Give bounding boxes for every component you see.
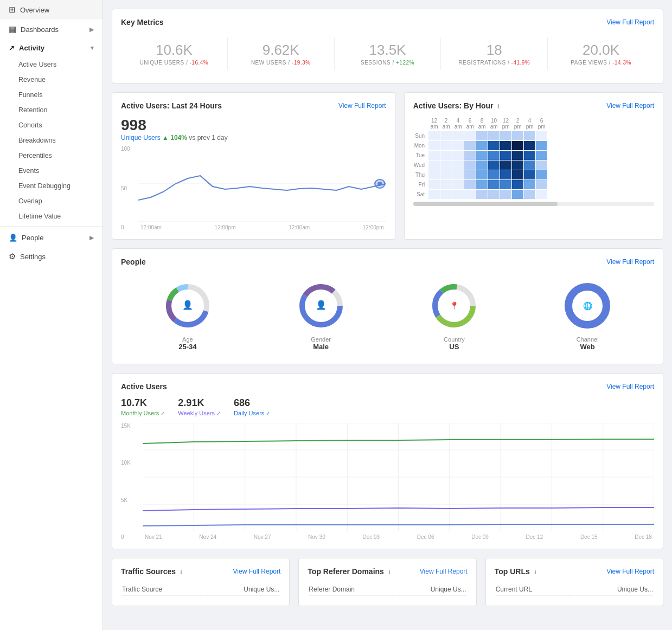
overview-icon: ⊞ [9,5,16,15]
active-users-24h-view-full[interactable]: View Full Report [338,102,386,110]
metric-unique-users: 10.6K UNIQUE USERS / -16.4% [121,37,228,70]
donut-gender-value: Male [297,343,345,351]
sidebar-item-event-debugging[interactable]: Event Debugging [0,178,103,194]
y-axis-labels: 100 50 0 [121,146,130,230]
svg-text:📍: 📍 [450,301,459,311]
metric-page-views-label: PAGE VIEWS / -14.3% [552,60,650,66]
au-weekly-label: Weekly Users ✓ [178,410,221,416]
au-monthly-label: Monthly Users ✓ [121,410,165,416]
sidebar-item-retention[interactable]: Retention [0,102,103,118]
top-urls-header: Top URLs ℹ View Full Report [495,567,654,576]
sidebar-item-activity[interactable]: ↗ Activity ▾ [0,39,103,57]
donut-channel-chart: 🌐 [563,281,612,330]
active-users-big-view-full[interactable]: View Full Report [606,383,654,390]
metric-sessions: 13.5K SESSIONS / +122% [335,37,441,70]
traffic-col1-header: Traffic Source [122,583,204,596]
referer-col1-header: Referer Domain [309,583,396,596]
top-referer-view-full[interactable]: View Full Report [420,568,468,575]
sidebar-item-settings[interactable]: ⚙ Settings [0,247,103,266]
au-daily-value: 686 [234,397,270,409]
top-referer-title: Top Referer Domains ℹ [308,567,390,576]
donut-country-label: Country [430,336,478,343]
traffic-sources-title: Traffic Sources ℹ [121,567,182,576]
sidebar-item-breakdowns[interactable]: Breakdowns [0,133,103,148]
traffic-sources-view-full[interactable]: View Full Report [233,568,281,575]
sidebar-label-settings: Settings [20,253,46,261]
heatmap-container: 12 am2 am4 am6 am8 am10 am12 pm2 pm4 pm6… [413,117,654,206]
top-referer-table: Referer Domain Unique Us... [308,582,467,597]
urls-col2-header: Unique Us... [575,583,653,596]
key-metrics-view-full[interactable]: View Full Report [606,18,654,26]
top-referer-header: Top Referer Domains ℹ View Full Report [308,567,467,576]
metric-new-users: 9.62K NEW USERS / -19.3% [228,37,335,70]
donut-country: 📍 Country US [430,281,478,351]
svg-text:👤: 👤 [182,300,193,310]
active-users-stats: 10.7K Monthly Users ✓ 2.91K Weekly Users… [121,397,654,416]
people-card-header: People View Full Report [121,258,654,266]
active-users-24h-value: 998 [121,117,386,134]
sidebar-label-cohorts: Cohorts [18,121,42,129]
active-users-by-hour-view-full[interactable]: View Full Report [606,102,654,110]
au-weekly-value: 2.91K [178,397,221,409]
sidebar-divider [0,226,103,227]
two-col-section: Active Users: Last 24 Hours View Full Re… [112,92,663,240]
heatmap-scrollbar[interactable] [413,202,654,206]
active-users-24h-header: Active Users: Last 24 Hours View Full Re… [121,101,386,110]
metric-registrations: 18 REGISTRATIONS / -41.9% [441,37,548,70]
active-users-24h-title: Active Users: Last 24 Hours [121,101,222,110]
active-users-24h-card: Active Users: Last 24 Hours View Full Re… [112,92,395,240]
sidebar-label-dashboards: Dashboards [21,25,59,34]
sidebar-item-overlap[interactable]: Overlap [0,194,103,209]
sidebar-label-overview: Overview [20,6,49,14]
sidebar-item-dashboards[interactable]: ▦ Dashboards ▶ [0,20,103,39]
top-urls-title: Top URLs ℹ [495,567,536,576]
people-icon: 👤 [9,234,17,242]
sidebar-item-lifetime-value[interactable]: Lifetime Value [0,209,103,224]
top-urls-table: Current URL Unique Us... [495,582,654,597]
active-users-24h-chart [138,146,386,222]
dashboards-arrow: ▶ [89,26,94,33]
donut-gender: 👤 Gender Male [297,281,345,351]
sidebar-item-funnels[interactable]: Funnels [0,87,103,102]
key-metrics-header: Key Metrics View Full Report [121,18,654,27]
people-card: People View Full Report 👤 Age 25-34 [112,248,663,364]
sidebar-label-overlap: Overlap [18,197,42,205]
sidebar-label-funnels: Funnels [18,91,42,99]
metric-unique-users-value: 10.6K [125,42,223,59]
metric-page-views: 20.0K PAGE VIEWS / -14.3% [548,37,654,70]
active-users-big-title: Active Users [121,382,167,391]
key-metrics-title: Key Metrics [121,18,164,27]
settings-icon: ⚙ [9,252,16,261]
top-referer-card: Top Referer Domains ℹ View Full Report R… [298,558,476,606]
active-users-by-hour-header: Active Users: By Hour ℹ View Full Report [413,101,654,110]
sidebar-item-events[interactable]: Events [0,163,103,178]
svg-text:🌐: 🌐 [583,301,593,311]
metric-sessions-label: SESSIONS / +122% [339,60,437,66]
donut-age-label: Age [163,336,212,343]
sidebar-item-revenue[interactable]: Revenue [0,72,103,87]
sidebar-item-active-users[interactable]: Active Users [0,57,103,72]
people-card-title: People [121,258,146,266]
key-metrics-grid: 10.6K UNIQUE USERS / -16.4% 9.62K NEW US… [121,33,654,74]
people-arrow: ▶ [89,234,94,241]
metric-new-users-label: NEW USERS / -19.3% [232,60,330,66]
people-view-full[interactable]: View Full Report [606,258,654,266]
sidebar-label-breakdowns: Breakdowns [18,137,56,144]
sidebar: ⊞ Overview ▦ Dashboards ▶ ↗ Activity ▾ A… [0,0,103,630]
donut-country-chart: 📍 [430,281,478,330]
bottom-section: Traffic Sources ℹ View Full Report Traff… [112,558,663,606]
traffic-sources-header: Traffic Sources ℹ View Full Report [121,567,280,576]
donut-age: 👤 Age 25-34 [163,281,212,351]
sidebar-item-people[interactable]: 👤 People ▶ [0,229,103,247]
sidebar-item-percentiles[interactable]: Percentiles [0,148,103,163]
activity-arrow: ▾ [91,44,94,52]
donut-country-value: US [430,343,478,351]
sidebar-item-cohorts[interactable]: Cohorts [0,118,103,133]
donut-channel-label: Channel [563,336,612,343]
sidebar-label-active-users: Active Users [18,61,56,68]
referer-col2-header: Unique Us... [398,583,466,596]
metric-registrations-value: 18 [445,42,543,59]
sidebar-item-overview[interactable]: ⊞ Overview [0,0,103,20]
top-urls-view-full[interactable]: View Full Report [606,568,654,575]
sidebar-label-events: Events [18,167,39,175]
